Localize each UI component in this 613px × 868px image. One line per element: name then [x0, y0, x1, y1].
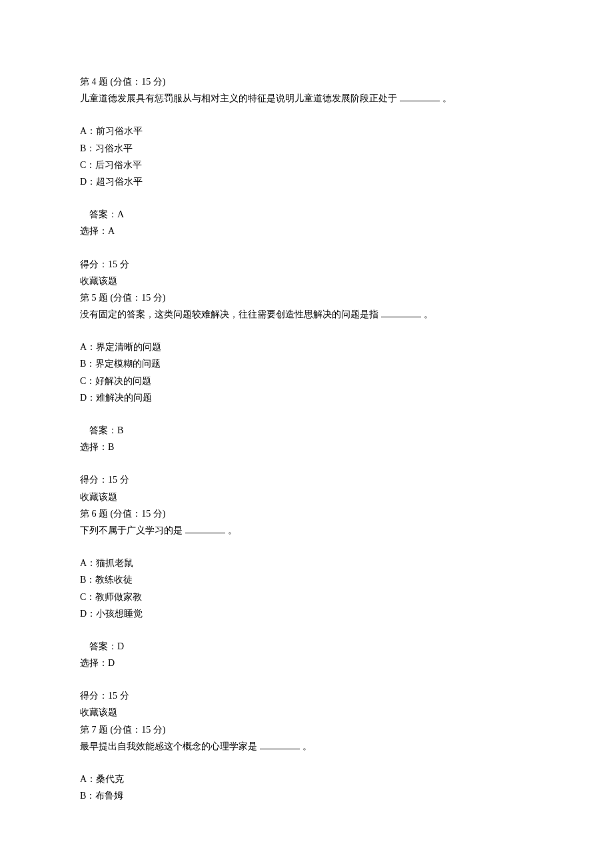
option-b: B：布鲁姆: [80, 787, 533, 804]
answer-label: 答案：D: [80, 638, 533, 655]
option-c: C：好解决的问题: [80, 373, 533, 389]
question-stem: 最早提出自我效能感这个概念的心理学家是: [80, 741, 257, 751]
score-label: 得分：15 分: [80, 687, 533, 704]
question-text: 下列不属于广义学习的是。: [80, 522, 533, 539]
option-c: C：教师做家教: [80, 589, 533, 605]
question-stem: 没有固定的答案，这类问题较难解决，往往需要创造性思解决的问题是指: [80, 309, 378, 319]
answer-block: 答案：A 选择：A: [80, 206, 533, 239]
question-stem: 儿童道德发展具有惩罚服从与相对主义的特征是说明儿童道德发展阶段正处于: [80, 93, 397, 103]
period: 。: [424, 309, 433, 319]
option-b: B：界定模糊的问题: [80, 355, 533, 372]
answer-block: 答案：B 选择：B: [80, 422, 533, 455]
question-text: 最早提出自我效能感这个概念的心理学家是。: [80, 738, 533, 755]
option-b: B：教练收徒: [80, 571, 533, 588]
answer-block: 答案：D 选择：D: [80, 638, 533, 671]
option-b: B：习俗水平: [80, 140, 533, 157]
option-c: C：后习俗水平: [80, 157, 533, 173]
question-stem: 下列不属于广义学习的是: [80, 525, 183, 535]
question-text: 没有固定的答案，这类问题较难解决，往往需要创造性思解决的问题是指。: [80, 306, 533, 323]
options-list: A：猫抓老鼠 B：教练收徒 C：教师做家教 D：小孩想睡觉: [80, 555, 533, 622]
option-a: A：前习俗水平: [80, 123, 533, 139]
option-d: D：小孩想睡觉: [80, 605, 533, 622]
option-d: D：超习俗水平: [80, 173, 533, 190]
question-header: 第 7 题 (分值：15 分): [80, 721, 533, 738]
choice-label: 选择：A: [80, 223, 533, 239]
options-list: A：界定清晰的问题 B：界定模糊的问题 C：好解决的问题 D：难解决的问题: [80, 339, 533, 406]
question-5: 第 5 题 (分值：15 分) 没有固定的答案，这类问题较难解决，往往需要创造性…: [80, 289, 533, 505]
option-a: A：界定清晰的问题: [80, 339, 533, 355]
option-d: D：难解决的问题: [80, 389, 533, 406]
question-6: 第 6 题 (分值：15 分) 下列不属于广义学习的是。 A：猫抓老鼠 B：教练…: [80, 505, 533, 721]
score-block: 得分：15 分 收藏该题: [80, 687, 533, 721]
answer-label: 答案：B: [80, 422, 533, 439]
blank-underline: [260, 740, 300, 749]
question-header: 第 6 题 (分值：15 分): [80, 505, 533, 522]
question-text: 儿童道德发展具有惩罚服从与相对主义的特征是说明儿童道德发展阶段正处于。: [80, 90, 533, 107]
favorite-link[interactable]: 收藏该题: [80, 273, 533, 289]
options-list: A：桑代克 B：布鲁姆: [80, 771, 533, 804]
question-4: 第 4 题 (分值：15 分) 儿童道德发展具有惩罚服从与相对主义的特征是说明儿…: [80, 73, 533, 289]
options-list: A：前习俗水平 B：习俗水平 C：后习俗水平 D：超习俗水平: [80, 123, 533, 190]
favorite-link[interactable]: 收藏该题: [80, 704, 533, 721]
blank-underline: [381, 308, 421, 317]
choice-label: 选择：D: [80, 655, 533, 671]
answer-label: 答案：A: [80, 206, 533, 223]
score-label: 得分：15 分: [80, 471, 533, 488]
question-7: 第 7 题 (分值：15 分) 最早提出自我效能感这个概念的心理学家是。 A：桑…: [80, 721, 533, 805]
score-label: 得分：15 分: [80, 256, 533, 273]
question-header: 第 4 题 (分值：15 分): [80, 73, 533, 90]
option-a: A：猫抓老鼠: [80, 555, 533, 571]
question-header: 第 5 题 (分值：15 分): [80, 289, 533, 306]
blank-underline: [185, 524, 225, 533]
period: 。: [303, 741, 312, 751]
option-a: A：桑代克: [80, 771, 533, 787]
period: 。: [442, 93, 452, 103]
choice-label: 选择：B: [80, 439, 533, 455]
blank-underline: [400, 92, 440, 101]
period: 。: [228, 525, 237, 535]
score-block: 得分：15 分 收藏该题: [80, 471, 533, 505]
score-block: 得分：15 分 收藏该题: [80, 256, 533, 289]
favorite-link[interactable]: 收藏该题: [80, 489, 533, 505]
